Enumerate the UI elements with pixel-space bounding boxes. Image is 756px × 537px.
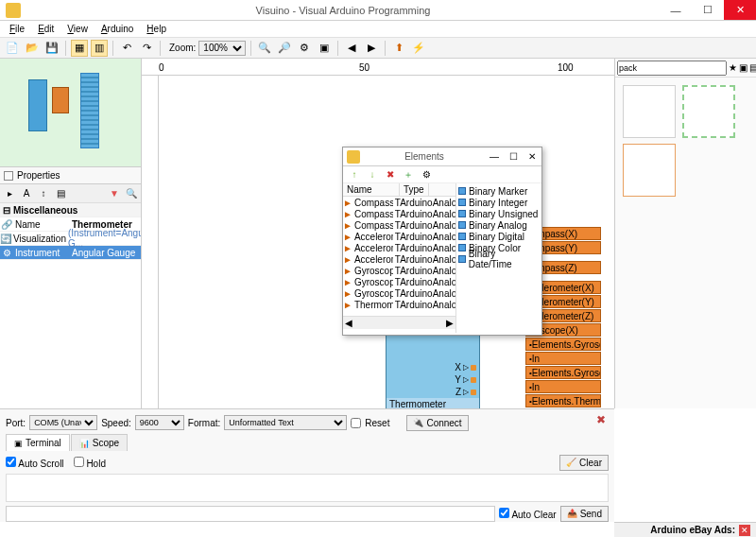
menu-arduino[interactable]: Arduino (95, 23, 139, 35)
output-pin[interactable]: •In (525, 380, 601, 393)
star-icon[interactable]: ★ (729, 61, 737, 76)
property-row-selected[interactable]: ⚙ Instrument Angular Gauge (0, 246, 141, 260)
properties-tab[interactable]: Properties (0, 167, 141, 184)
elements-titlebar[interactable]: Elements — ☐ ✕ (343, 147, 541, 166)
pin-z[interactable]: Z ▷ (387, 386, 479, 398)
col-name[interactable]: Name (343, 183, 400, 196)
output-pin[interactable]: •Elements.Gyroscope(Z) (525, 366, 601, 379)
terminal-output[interactable] (6, 474, 609, 502)
palette-search[interactable] (617, 61, 727, 76)
tree-item[interactable]: Binary Analog (458, 219, 540, 231)
clear-button[interactable]: 🧹 Clear (559, 455, 609, 471)
property-category[interactable]: ⊟Miscellaneous (0, 203, 141, 217)
port-select[interactable]: COM5 (Unav (29, 415, 97, 430)
zoomin-icon[interactable]: 🔍 (256, 40, 273, 57)
hold-option[interactable]: Hold (74, 457, 106, 469)
elements-minimize[interactable]: — (485, 151, 504, 162)
tree-item[interactable]: Binary Date/Time (458, 253, 540, 265)
elem-down-icon[interactable]: ↓ (365, 167, 380, 182)
tree-item[interactable]: Binary Marker (458, 185, 540, 197)
settings-icon[interactable]: ⚙ (296, 40, 313, 57)
terminal-input[interactable] (6, 506, 495, 522)
elem-up-icon[interactable]: ↑ (347, 167, 362, 182)
new-icon[interactable]: 📄 (4, 40, 21, 57)
output-pin[interactable]: •In (525, 352, 601, 365)
row-icon: ► (343, 220, 352, 231)
send-button[interactable]: 📤 Send (560, 506, 609, 522)
palette-item[interactable] (682, 85, 735, 138)
properties-tab-label: Properties (17, 170, 60, 181)
open-icon[interactable]: 📂 (24, 40, 41, 57)
preview-thumbnail[interactable] (0, 59, 141, 167)
tree-item[interactable]: Binary Digital (458, 231, 540, 242)
redo-icon[interactable]: ↷ (138, 40, 155, 57)
autoscroll-option[interactable]: Auto Scroll (6, 457, 64, 469)
save-icon[interactable]: 💾 (43, 40, 60, 57)
elements-row[interactable]: ►Accelerometer(Z)TArduinoAnalogBi (343, 253, 455, 265)
menu-edit[interactable]: Edit (32, 23, 60, 35)
tab-scope[interactable]: 📊 Scope (71, 434, 128, 451)
palette-b-icon[interactable]: ▤ (749, 61, 756, 76)
menu-file[interactable]: File (4, 23, 30, 35)
autoclear-option[interactable]: Auto Clear (499, 508, 556, 520)
elements-row[interactable]: ►Accelerometer(Y)TArduinoAnalogBi (343, 242, 455, 253)
palette-a-icon[interactable]: ▣ (739, 61, 747, 76)
palette-item[interactable] (623, 144, 676, 197)
elements-row[interactable]: ►Compass(X)TArduinoAnalogBi (343, 197, 455, 208)
maximize-button[interactable]: ☐ (692, 0, 724, 20)
elements-row[interactable]: ►Gyroscope(Y)TArduinoAnalogBi (343, 276, 455, 287)
elem-add-icon[interactable]: ＋ (401, 167, 416, 182)
menu-view[interactable]: View (61, 23, 94, 35)
nav-right-icon[interactable]: ▶ (363, 40, 380, 57)
elements-close[interactable]: ✕ (523, 151, 541, 162)
terminal-close-icon[interactable]: ✖ (593, 413, 609, 428)
autoscroll-checkbox[interactable] (6, 457, 16, 467)
elements-scrollbar[interactable]: ◀▶ (343, 316, 455, 329)
close-button[interactable]: ✕ (724, 0, 756, 20)
hold-checkbox[interactable] (74, 457, 84, 467)
props-filter-icon[interactable]: ▼ (107, 186, 122, 201)
undo-icon[interactable]: ↶ (118, 40, 135, 57)
elements-row[interactable]: ►Gyroscope(Z)TArduinoAnalogBi (343, 287, 455, 299)
elements-row[interactable]: ►Compass(Y)TArduinoAnalogBi (343, 208, 455, 219)
props-a-icon[interactable]: A (19, 186, 34, 201)
props-c-icon[interactable]: ▤ (53, 186, 68, 201)
component-icon[interactable]: ▣ (316, 40, 333, 57)
elements-window[interactable]: Elements — ☐ ✕ ↑ ↓ ✖ ＋ ⚙ Name Type ►Comp… (342, 147, 542, 336)
output-pin[interactable]: •Elements.Thermometer (525, 394, 601, 407)
elem-delete-icon[interactable]: ✖ (383, 167, 398, 182)
tree-item[interactable]: Binary Integer (458, 197, 540, 208)
palette-item[interactable] (623, 85, 676, 138)
toggle-b-icon[interactable]: ▥ (91, 40, 108, 57)
speed-select[interactable]: 9600 (135, 415, 184, 430)
minimize-button[interactable]: — (660, 0, 692, 20)
elements-row[interactable]: ►Gyroscope(X)TArduinoAnalogBi (343, 265, 455, 276)
elements-row[interactable]: ►ThermometerTArduinoAnalogBi (343, 299, 455, 310)
zoomout-icon[interactable]: 🔎 (276, 40, 293, 57)
nav-left-icon[interactable]: ◀ (343, 40, 360, 57)
props-expand-icon[interactable]: ▸ (2, 186, 17, 201)
upload-icon[interactable]: ⬆ (390, 40, 407, 57)
tree-item[interactable]: Binary Unsigned (458, 208, 540, 219)
col-type[interactable]: Type (400, 183, 429, 196)
elem-config-icon[interactable]: ⚙ (419, 167, 434, 182)
format-select[interactable]: Unformatted Text (224, 415, 347, 430)
props-b-icon[interactable]: ↕ (36, 186, 51, 201)
toggle-a-icon[interactable]: ▦ (71, 40, 88, 57)
elements-row[interactable]: ►Compass(Z)TArduinoAnalogBi (343, 219, 455, 231)
menu-help[interactable]: Help (141, 23, 172, 35)
props-search-icon[interactable]: 🔍 (124, 186, 139, 201)
footer-close-icon[interactable]: ✕ (739, 525, 750, 536)
tab-terminal[interactable]: ▣ Terminal (6, 434, 70, 451)
build-icon[interactable]: ⚡ (410, 40, 427, 57)
connect-button[interactable]: 🔌 Connect (406, 415, 468, 431)
pin-x[interactable]: X ▷ (387, 361, 479, 373)
zoom-select[interactable]: 100% (198, 41, 246, 56)
autoclear-checkbox[interactable] (499, 508, 509, 518)
reset-checkbox[interactable] (351, 418, 361, 428)
pin-y[interactable]: Y ▷ (387, 373, 479, 386)
elements-row[interactable]: ►Accelerometer(X)TArduinoAnalogBi (343, 231, 455, 242)
property-row[interactable]: 🔄 Visualization (Instrument=Angular G... (0, 232, 141, 246)
output-pin[interactable]: •Elements.Gyroscope(Y) (525, 338, 601, 351)
elements-maximize[interactable]: ☐ (504, 151, 523, 162)
